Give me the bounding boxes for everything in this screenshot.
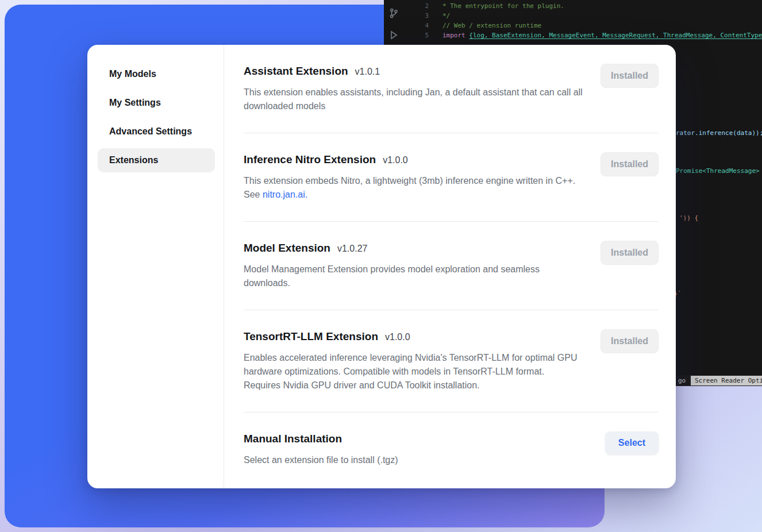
- extension-info: TensortRT-LLM Extension v1.0.0 Enables a…: [244, 329, 583, 392]
- extension-version: v1.0.0: [383, 155, 408, 165]
- settings-sidebar: My Models My Settings Advanced Settings …: [87, 45, 224, 488]
- code-line: 5 import {log, BaseExtension, MessageEve…: [403, 30, 762, 40]
- extension-title-row: TensortRT-LLM Extension v1.0.0: [244, 329, 583, 344]
- extension-description-text: This extension enables assistants, inclu…: [244, 87, 583, 111]
- sidebar-item-extensions[interactable]: Extensions: [98, 148, 215, 172]
- manual-installation-row: Manual Installation Select an extension …: [244, 413, 659, 487]
- code-fragment: rator.inference(data));: [676, 129, 762, 137]
- extension-info: Manual Installation Select an extension …: [244, 431, 398, 467]
- code-line: 4 // Web / extension runtime: [403, 21, 762, 30]
- extension-description: Model Management Extension provides mode…: [244, 263, 583, 290]
- select-button[interactable]: Select: [605, 431, 659, 454]
- line-number: 2: [403, 1, 429, 11]
- code-line: 3 */: [403, 11, 762, 21]
- code-text: * The entrypoint for the plugin.: [442, 1, 564, 11]
- code-keyword: import: [442, 30, 469, 40]
- code-text: // Web / extension runtime: [442, 21, 541, 30]
- extension-row-nitro: Inference Nitro Extension v1.0.0 This ex…: [244, 133, 659, 222]
- extension-name: TensortRT-LLM Extension: [244, 329, 378, 344]
- screen-reader-badge: Screen Reader Optimized: [691, 376, 762, 385]
- code-line: 2 * The entrypoint for the plugin.: [403, 1, 762, 11]
- extension-name: Model Extension: [244, 241, 330, 256]
- nitro-jan-ai-link[interactable]: nitro.jan.ai.: [263, 190, 307, 199]
- installed-button[interactable]: Installed: [601, 64, 659, 88]
- extension-info: Assistant Extension v1.0.1 This extensio…: [244, 64, 583, 113]
- extension-description-text: Enables accelerated inference leveraging…: [244, 353, 578, 390]
- source-control-icon[interactable]: [388, 8, 399, 18]
- extension-description-text: Model Management Extension provides mode…: [244, 264, 540, 288]
- line-number: 3: [403, 11, 429, 21]
- code-fragment: ')) {: [679, 214, 698, 222]
- extension-version: v1.0.1: [355, 67, 380, 77]
- manual-installation-description: Select an extension file to install (.tg…: [244, 453, 398, 467]
- extension-description: This extension enables assistants, inclu…: [244, 86, 583, 113]
- extension-row-assistant: Assistant Extension v1.0.1 This extensio…: [244, 45, 659, 133]
- extension-description: This extension embeds Nitro, a lightweig…: [244, 174, 583, 202]
- installed-button[interactable]: Installed: [601, 329, 659, 353]
- installed-button[interactable]: Installed: [601, 241, 659, 265]
- run-debug-icon[interactable]: [388, 30, 399, 40]
- settings-modal: My Models My Settings Advanced Settings …: [87, 45, 676, 488]
- sidebar-item-my-settings[interactable]: My Settings: [98, 91, 215, 115]
- extension-title-row: Model Extension v1.0.27: [244, 241, 583, 256]
- extension-name: Inference Nitro Extension: [244, 152, 376, 167]
- line-number: 4: [403, 21, 429, 30]
- extension-description: Enables accelerated inference leveraging…: [244, 351, 583, 392]
- manual-installation-title: Manual Installation: [244, 431, 342, 446]
- extension-info: Model Extension v1.0.27 Model Management…: [244, 241, 583, 290]
- extension-version: v1.0.27: [337, 244, 367, 254]
- sidebar-item-advanced-settings[interactable]: Advanced Settings: [98, 119, 215, 144]
- sidebar-item-my-models[interactable]: My Models: [98, 62, 215, 86]
- installed-button[interactable]: Installed: [601, 152, 659, 176]
- extension-row-tensorrt: TensortRT-LLM Extension v1.0.0 Enables a…: [244, 310, 659, 413]
- code-text: */: [442, 11, 450, 21]
- manual-installation-description-text: Select an extension file to install (.tg…: [244, 455, 398, 465]
- code-area: 2 * The entrypoint for the plugin. 3 */ …: [403, 1, 762, 40]
- extension-title-row: Manual Installation: [244, 431, 398, 446]
- status-text: go: [678, 377, 686, 384]
- extension-title-row: Assistant Extension v1.0.1: [244, 64, 583, 79]
- extension-version: v1.0.0: [385, 332, 410, 342]
- line-number: 5: [403, 30, 429, 40]
- code-imports: {log, BaseExtension, MessageEvent, Messa…: [469, 30, 762, 40]
- extension-name: Assistant Extension: [244, 64, 348, 79]
- extension-row-model: Model Extension v1.0.27 Model Management…: [244, 222, 659, 310]
- extension-title-row: Inference Nitro Extension v1.0.0: [244, 152, 583, 167]
- extension-info: Inference Nitro Extension v1.0.0 This ex…: [244, 152, 583, 202]
- extensions-panel: Assistant Extension v1.0.1 This extensio…: [224, 45, 676, 488]
- code-fragment: Promise<ThreadMessage>: [676, 167, 760, 175]
